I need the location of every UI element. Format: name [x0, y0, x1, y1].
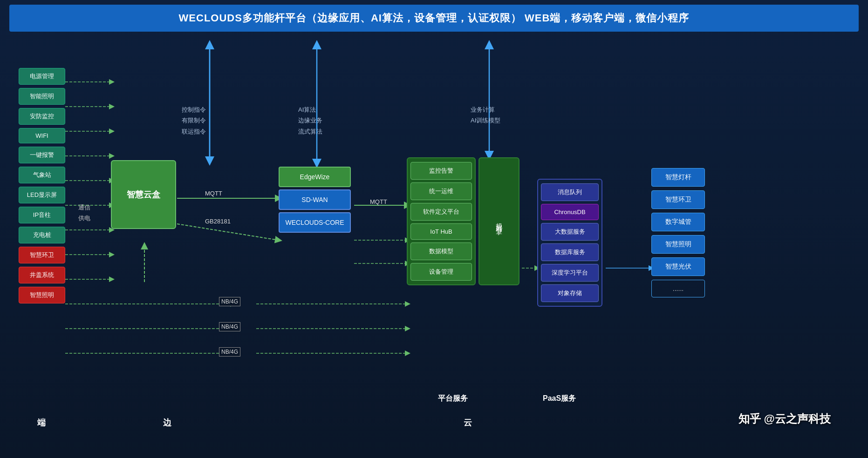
edge-boxes: EdgeWize SD-WAN WECLOUDS-CORE: [279, 167, 351, 233]
device-audio: IP音柱: [19, 207, 65, 223]
cloud-box-label: 智慧云盒: [111, 160, 176, 229]
plat-ops: 统一运维: [410, 182, 472, 200]
plat-monitoring: 监控告警: [410, 162, 472, 180]
section-label-edge: 边: [163, 417, 171, 428]
device-manhole: 井盖系统: [19, 267, 65, 283]
app-city-mgmt: 数字城管: [651, 213, 705, 231]
cloud-box: 智慧云盒: [111, 160, 176, 229]
edge-sdwan: SD-WAN: [279, 189, 351, 210]
watermark: 知乎 @云之声科技: [738, 411, 831, 426]
main-container: WECLOUDS多功能杆平台（边缘应用、AI算法，设备管理，认证权限） WEB端…: [0, 0, 868, 458]
paas-database: 数据库服务: [541, 243, 599, 261]
mqtt-label-1: MQTT: [205, 190, 222, 197]
plat-data-model: 数据模型: [410, 242, 472, 260]
svg-line-22: [177, 224, 279, 240]
devices-column: 电源管理 智能照明 安防监控 WIFI 一键报警 气象站 LED显示屏 IP音柱…: [19, 68, 65, 307]
apps-column: 智慧灯杆 智慧环卫 数字城管 智慧照明 智慧光伏 ......: [651, 168, 705, 297]
plat-software-defined: 软件定义平台: [410, 203, 472, 221]
plat-iot-hub: IoT HuB: [410, 223, 472, 240]
apps-group: 智慧灯杆 智慧环卫 数字城管 智慧照明 智慧光伏 ......: [651, 168, 705, 297]
arrow-label-col3: 业务计算 AI训练模型: [471, 104, 500, 126]
comm-label: 通信 供电: [78, 202, 90, 224]
device-power: 电源管理: [19, 68, 65, 85]
platform-section: 监控告警 统一运维 软件定义平台 IoT HuB 数据模型 设备管理 规则引擎: [407, 157, 519, 285]
nb-label-3: NB/4G: [219, 347, 240, 357]
paas-object-storage: 对象存储: [541, 284, 599, 302]
gb28181-label: GB28181: [205, 218, 231, 225]
paas-message-queue: 消息队列: [541, 183, 599, 201]
app-pv: 智慧光伏: [651, 257, 705, 276]
device-led: LED显示屏: [19, 187, 65, 203]
device-sanitation: 智慧环卫: [19, 247, 65, 263]
plat-device-mgmt: 设备管理: [410, 263, 472, 281]
top-banner: WECLOUDS多功能杆平台（边缘应用、AI算法，设备管理，认证权限） WEB端…: [9, 5, 859, 32]
rules-engine: 规则引擎: [478, 157, 519, 285]
app-smart-lighting: 智慧照明: [651, 235, 705, 254]
edge-group: EdgeWize SD-WAN WECLOUDS-CORE: [279, 167, 351, 233]
platform-label: 平台服务: [438, 394, 468, 404]
device-smart-lighting: 智慧照明: [19, 287, 65, 303]
device-lighting: 智能照明: [19, 88, 65, 105]
arrow-label-col2: AI算法 边缘业务 流式算法: [298, 104, 322, 137]
mqtt-label-2: MQTT: [370, 198, 387, 205]
arrow-label-col1: 控制指令 有限制令 联运指令: [182, 104, 206, 137]
section-label-end: 端: [37, 417, 46, 428]
paas-group: 消息队列 ChronusDB 大数据服务 数据库服务 深度学习平台 对象存储: [537, 179, 602, 307]
edge-weclouds-core: WECLOUDS-CORE: [279, 212, 351, 233]
platform-services-col: 监控告警 统一运维 软件定义平台 IoT HuB 数据模型 设备管理: [407, 157, 476, 285]
app-smart-pole: 智慧灯杆: [651, 168, 705, 187]
nb-label-2: NB/4G: [219, 322, 240, 331]
app-sanitation: 智慧环卫: [651, 190, 705, 209]
device-alarm: 一键报警: [19, 147, 65, 163]
paas-chronusdb: ChronusDB: [541, 204, 599, 220]
paas-bigdata: 大数据服务: [541, 223, 599, 241]
edge-edgewize: EdgeWize: [279, 167, 351, 187]
nb-label-1: NB/4G: [219, 297, 240, 306]
section-label-cloud: 云: [464, 417, 472, 428]
device-wifi: WIFI: [19, 128, 65, 143]
banner-text: WECLOUDS多功能杆平台（边缘应用、AI算法，设备管理，认证权限） WEB端…: [179, 12, 690, 24]
paas-section: 消息队列 ChronusDB 大数据服务 数据库服务 深度学习平台 对象存储: [537, 179, 602, 307]
device-security: 安防监控: [19, 108, 65, 125]
device-weather: 气象站: [19, 167, 65, 183]
app-more: ......: [651, 280, 705, 297]
device-charger: 充电桩: [19, 227, 65, 243]
diagram: 电源管理 智能照明 安防监控 WIFI 一键报警 气象站 LED显示屏 IP音柱…: [9, 40, 859, 445]
paas-deeplearning: 深度学习平台: [541, 264, 599, 282]
platform-group: 监控告警 统一运维 软件定义平台 IoT HuB 数据模型 设备管理 规则引擎: [407, 157, 519, 285]
paas-label: PaaS服务: [543, 394, 576, 404]
